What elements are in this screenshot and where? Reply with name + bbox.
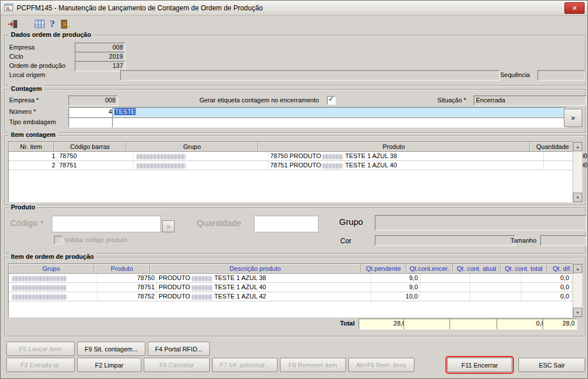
door-exit-icon[interactable] (59, 18, 71, 30)
nr-item-cell: 1 (9, 152, 57, 160)
redacted-text (322, 163, 343, 169)
qt-pendente-cell: 9,0 (371, 274, 420, 282)
qt-cont-atual-cell (470, 283, 521, 292)
grupo-cell (133, 152, 268, 160)
column-header[interactable]: Qt. cont. total (501, 264, 547, 274)
quantidade-field[interactable] (254, 216, 318, 232)
item-ordem-header: Grupo Produto Descrição produto Qt.pende… (9, 264, 573, 274)
descricao-cell: PRODUTOTESTE 1 AZUL 40 (157, 283, 371, 292)
descricao-contagem-field[interactable]: TESTE (112, 107, 567, 117)
altf6-rem-itens-button: Alt+F6 Rem. itens (348, 358, 414, 372)
total-qt-pendente: 28,0 (359, 319, 408, 330)
produto-cell: 78750 (98, 274, 157, 282)
close-button[interactable]: ✕ (564, 2, 585, 14)
expand-description-button[interactable]: » (564, 109, 582, 127)
scroll-down-icon[interactable] (573, 308, 582, 317)
codigo-field (52, 216, 161, 232)
qt-cont-encer-cell (420, 292, 470, 301)
grupo-field (375, 215, 586, 231)
help-icon[interactable]: ? (46, 18, 59, 30)
window-title: PCPFM145 - Manutenção de Lançamento de C… (17, 4, 263, 12)
table-row[interactable]: 78751 PRODUTOTESTE 1 AZUL 40 9,0 0,0 9,0 (9, 283, 573, 292)
qt-cont-atual-cell (470, 292, 521, 301)
codigo-barras-cell: 78751 (57, 161, 133, 170)
observacao-field[interactable] (112, 117, 567, 128)
column-header[interactable]: Descrição produto (150, 264, 361, 274)
redacted-text (192, 294, 213, 300)
esc-sair-button[interactable]: ESC Sair (518, 358, 585, 372)
f11-encerrar-button[interactable]: F11 Encerrar (447, 358, 512, 372)
qt-pendente-cell: 10,0 (371, 292, 420, 301)
numero-label: Número * (9, 108, 36, 115)
item-ordem-table: Grupo Produto Descrição produto Qt.pende… (8, 263, 574, 317)
table-row[interactable]: 2 78751 78751 PRODUTOTESTE 1 AZUL 40 1,0… (9, 161, 573, 170)
codigo-label: Código * (10, 218, 44, 228)
column-header[interactable]: Produto (94, 264, 150, 274)
redacted-text (137, 163, 186, 169)
table-row[interactable]: 78750 PRODUTOTESTE 1 AZUL 38 9,0 0,0 9,0 (9, 274, 573, 283)
column-header[interactable]: Nr. item (9, 142, 54, 152)
contagem-empresa-label: Empresa * (9, 97, 39, 104)
column-header[interactable]: Qt.pendente (361, 264, 406, 274)
ordem-producao-field: 137 (75, 61, 125, 71)
column-header[interactable]: Grupo (9, 264, 94, 274)
column-header[interactable]: Qt.cont.encer. (406, 264, 453, 274)
local-origem-field (120, 70, 500, 81)
total-qt-dif: 28,0 (543, 319, 577, 330)
scroll-down-icon[interactable] (573, 193, 582, 202)
app-icon (4, 3, 14, 13)
title-bar: PCPFM145 - Manutenção de Lançamento de C… (1, 1, 587, 16)
gerar-etiqueta-label: Gerar etiqueta contagem no encerramento (199, 97, 319, 104)
codigo-barras-cell: 78750 (57, 152, 133, 160)
column-header[interactable]: Produto (258, 142, 530, 152)
tipo-embalagem-field[interactable] (68, 117, 118, 128)
table-row[interactable]: 78752 PRODUTOTESTE 1 AZUL 42 10,0 0,0 10… (9, 292, 573, 301)
f9-sit-contagem-button[interactable]: F9 Sit. contagem... (77, 342, 145, 356)
redacted-text (12, 276, 67, 281)
group-dados-ordem: Dados ordem de produção Empresa 008 Cicl… (5, 35, 586, 86)
gerar-etiqueta-checkbox[interactable] (327, 96, 336, 105)
item-ordem-scrollbar[interactable] (572, 263, 583, 317)
numero-field[interactable]: 41 (68, 107, 118, 117)
table-row[interactable]: 1 78750 78750 PRODUTOTESTE 1 AZUL 38 1,0… (9, 152, 573, 161)
f2-limpar-button[interactable]: F2 Limpar (77, 358, 141, 372)
situacao-label: Situação * (437, 97, 466, 104)
sequencia-field (537, 70, 585, 81)
table-grid-icon[interactable] (33, 18, 46, 30)
grupo-label: Grupo (339, 217, 363, 227)
contagem-empresa-field: 008 (68, 95, 118, 106)
group-item-contagem: Item contagem Nr. item Código barras Gru… (5, 135, 586, 205)
validar-codigo-label: Validar código produto (64, 236, 127, 243)
scroll-up-icon[interactable] (573, 142, 582, 151)
selected-text: TESTE (114, 108, 136, 115)
f7-inf-adicional-button: F7 Inf. adicional... (212, 358, 278, 372)
total-qt-cont-encer (403, 319, 454, 330)
redacted-text (12, 285, 67, 290)
redacted-text (192, 285, 213, 290)
exit-icon[interactable] (6, 18, 19, 30)
nr-item-cell: 2 (9, 161, 57, 170)
produto-cell: 78750 PRODUTOTESTE 1 AZUL 38 (268, 152, 544, 160)
validar-codigo-checkbox (54, 236, 63, 244)
redacted-text (322, 154, 343, 159)
local-origem-label: Local origem (9, 71, 45, 78)
column-header[interactable]: Qt. cont. atual (453, 264, 501, 274)
column-header[interactable]: Código barras (54, 142, 126, 152)
qt-cont-total-cell: 0,0 (521, 283, 571, 292)
f6-cancelar-button: F6 Cancelar (144, 358, 210, 372)
item-contagem-scrollbar[interactable] (572, 141, 583, 202)
situacao-field: Encerrada (474, 95, 586, 106)
f4-portal-rfid-button[interactable]: F4 Portal RFID... (148, 342, 210, 356)
scroll-up-icon[interactable] (573, 264, 582, 273)
f3-entrada-qt-button: F3 Entrada qt. (6, 358, 75, 372)
group-dados-legend: Dados ordem de produção (9, 31, 93, 38)
group-item-contagem-legend: Item contagem (9, 131, 58, 138)
sequencia-label: Sequência (500, 71, 530, 78)
grupo-cell (9, 292, 98, 301)
column-header[interactable]: Grupo (126, 142, 258, 152)
qt-cont-encer-cell (420, 283, 470, 292)
descricao-cell: PRODUTOTESTE 1 AZUL 42 (157, 292, 371, 301)
total-label: Total (289, 320, 355, 327)
group-contagem-legend: Contagem (9, 85, 44, 92)
column-header[interactable]: Quantidade (530, 142, 575, 152)
